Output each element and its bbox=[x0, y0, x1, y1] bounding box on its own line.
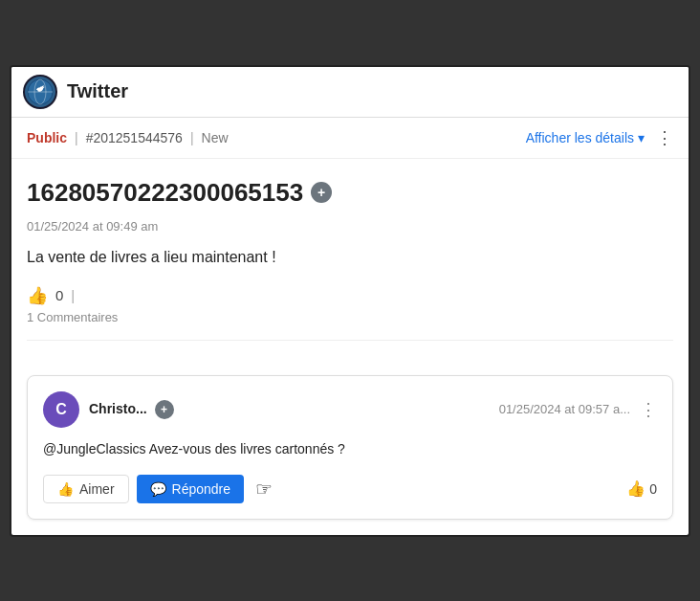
post-date: 01/25/2024 at 09:49 am bbox=[27, 219, 673, 234]
status-badge: New bbox=[202, 130, 229, 145]
subheader-left: Public | #201251544576 | New bbox=[27, 130, 229, 145]
subheader-right: Afficher les détails ▾ ⋮ bbox=[526, 127, 673, 148]
afficher-details-link[interactable]: Afficher les détails ▾ bbox=[526, 130, 645, 145]
separator-1: | bbox=[75, 130, 78, 145]
comment-date: 01/25/2024 at 09:57 a... bbox=[499, 402, 630, 416]
comment-body: @JungleClassics Avez-vous des livres car… bbox=[43, 439, 657, 459]
comment-likes-count: 0 bbox=[649, 481, 657, 497]
commenter-name: Christo... + bbox=[89, 400, 174, 419]
reaction-divider: | bbox=[71, 287, 75, 303]
main-content: 16280570222300065153 + 01/25/2024 at 09:… bbox=[11, 159, 689, 360]
likes-count: 0 bbox=[55, 287, 63, 303]
visibility-badge: Public bbox=[27, 130, 67, 145]
commenter-name-text: Christo... bbox=[89, 401, 147, 416]
twitter-globe-icon bbox=[23, 75, 57, 109]
aimer-button[interactable]: 👍 Aimer bbox=[43, 475, 129, 503]
more-options-icon[interactable]: ⋮ bbox=[656, 127, 673, 148]
comment-header: C Christo... + 01/25/2024 at 09:57 a... … bbox=[43, 391, 657, 428]
comment-actions: 👍 Aimer 💬 Répondre ☞ 👍 0 bbox=[43, 475, 657, 503]
comment-section: C Christo... + 01/25/2024 at 09:57 a... … bbox=[11, 360, 689, 535]
afficher-label: Afficher les détails bbox=[526, 130, 634, 145]
ticket-id: #201251544576 bbox=[86, 130, 183, 145]
subheader: Public | #201251544576 | New Afficher le… bbox=[11, 118, 689, 159]
comment-likes: 👍 0 bbox=[626, 479, 657, 498]
thumbs-up-icon: 👍 bbox=[57, 481, 74, 497]
comment-header-right: 01/25/2024 at 09:57 a... ⋮ bbox=[499, 399, 657, 420]
comments-count: 1 Commentaires bbox=[27, 310, 673, 341]
commenter-plus-badge[interactable]: + bbox=[155, 400, 174, 419]
post-id: 16280570222300065153 + bbox=[27, 178, 673, 208]
header-title: Twitter bbox=[67, 80, 128, 102]
reactions-row: 👍 0 | bbox=[27, 285, 673, 306]
post-plus-badge[interactable]: + bbox=[311, 182, 332, 203]
like-icon: 👍 bbox=[27, 285, 48, 306]
post-id-text: 16280570222300065153 bbox=[27, 178, 303, 208]
comment-actions-left: 👍 Aimer 💬 Répondre ☞ bbox=[43, 475, 273, 503]
reply-icon: 💬 bbox=[150, 481, 166, 497]
cursor-hand-icon: ☞ bbox=[255, 478, 273, 501]
chevron-down-icon: ▾ bbox=[638, 130, 645, 145]
header-bar: Twitter bbox=[11, 67, 689, 118]
post-text: La vente de livres a lieu maintenant ! bbox=[27, 249, 673, 266]
repondre-label: Répondre bbox=[172, 481, 231, 497]
separator-2: | bbox=[190, 130, 194, 145]
comment-card: C Christo... + 01/25/2024 at 09:57 a... … bbox=[27, 375, 673, 520]
aimer-label: Aimer bbox=[79, 481, 115, 497]
comment-header-left: C Christo... + bbox=[43, 391, 174, 428]
repondre-button[interactable]: 💬 Répondre bbox=[137, 475, 245, 503]
comment-more-options-icon[interactable]: ⋮ bbox=[640, 399, 657, 420]
comment-like-icon: 👍 bbox=[626, 479, 645, 498]
globe-twitter-svg bbox=[27, 78, 54, 105]
main-window: Twitter Public | #201251544576 | New Aff… bbox=[10, 65, 690, 537]
avatar: C bbox=[43, 391, 79, 428]
